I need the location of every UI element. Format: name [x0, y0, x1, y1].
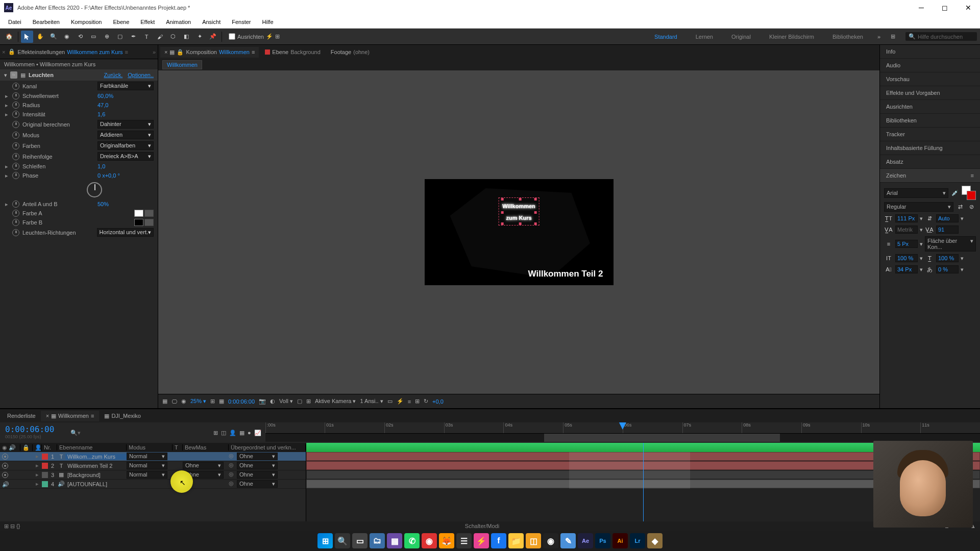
effect-controls-tab-label[interactable]: Effekteinstellungen [17, 49, 65, 55]
font-style-dropdown[interactable]: Regular▾ [884, 202, 953, 212]
close-button[interactable]: ✕ [961, 3, 976, 13]
stopwatch-icon[interactable] [12, 153, 19, 160]
eyedropper-icon[interactable]: 💉 [950, 188, 960, 197]
pickwhip-icon[interactable]: ◎ [229, 462, 236, 469]
track-matte-dropdown[interactable]: Ohne▾ [183, 462, 224, 469]
snapshot-icon[interactable]: 📷 [259, 398, 266, 405]
layer-row-2[interactable]: ▸ 2 T Willkommen Teil 2 Normal▾ Ohne▾ ◎O… [0, 461, 306, 470]
menu-bearbeiten[interactable]: Bearbeiten [28, 17, 65, 27]
photoshop-icon[interactable]: Ps [595, 533, 610, 548]
views-dropdown[interactable]: 1 Ansi.. ▾ [360, 398, 383, 405]
frame-blend-icon[interactable]: ▦ [239, 430, 244, 436]
app-icon-5[interactable]: ✎ [560, 533, 576, 548]
layer-color[interactable] [42, 472, 48, 478]
tl-tab-willkommen[interactable]: × ▦ Willkommen ≡ [41, 411, 100, 421]
flowchart-icon[interactable]: ⊞ [415, 398, 420, 405]
comp-canvas[interactable]: Willkommenzum Kurs Willkommen Teil 2 [425, 179, 614, 285]
app-icon-6[interactable]: ◆ [647, 533, 663, 548]
rectangle-tool-icon[interactable]: ▢ [114, 31, 126, 43]
prop-value[interactable]: 0 x+0,0 ° [97, 172, 154, 179]
eyedropper-icon[interactable] [144, 219, 154, 226]
baseline-input[interactable]: 34 Px [895, 265, 918, 273]
layer-name[interactable]: [AUTOUNFALL] [65, 481, 127, 487]
tsume-input[interactable]: 0 % [936, 265, 959, 273]
anchor-tool-icon[interactable]: ⊕ [101, 31, 113, 43]
tab-effekte[interactable]: Effekte und Vorgaben [880, 86, 980, 100]
menu-fenster[interactable]: Fenster [227, 17, 256, 27]
maximize-button[interactable]: ◻ [937, 3, 952, 13]
transparency-icon[interactable]: ▦ [219, 398, 224, 405]
layer-name[interactable]: Willkom...zum Kurs [65, 454, 127, 460]
lock-icon[interactable]: 🔒 [8, 48, 15, 55]
workspace-original[interactable]: Original [727, 32, 755, 42]
tab-ausrichten[interactable]: Ausrichten [880, 100, 980, 114]
fx-collapse-icon[interactable]: ▾ [4, 72, 7, 79]
app-icon-4[interactable]: ◫ [526, 533, 541, 548]
pen-tool-icon[interactable]: ✒ [127, 31, 139, 43]
tab-audio[interactable]: Audio [880, 59, 980, 72]
prop-dropdown[interactable]: Dahinter▾ [97, 120, 154, 129]
comp-mini-flowchart-icon[interactable]: ⊞ [213, 430, 218, 436]
fx-enable-icon[interactable]: fx [10, 71, 17, 79]
prop-dropdown[interactable]: Addieren▾ [97, 131, 154, 139]
stopwatch-icon[interactable] [12, 219, 19, 226]
tab-bibliotheken[interactable]: Bibliotheken [880, 114, 980, 128]
search-icon[interactable]: 🔍 [335, 533, 350, 548]
timecode-display[interactable]: 0:00:06:00 00150 (25.00 fps) [0, 422, 66, 443]
text-tool-icon[interactable]: T [140, 31, 153, 43]
menu-hilfe[interactable]: Hilfe [257, 17, 279, 27]
after-effects-icon[interactable]: Ae [578, 533, 593, 548]
tab-zeichen[interactable]: Zeichen≡ [880, 169, 980, 183]
puppet-tool-icon[interactable]: 📌 [207, 31, 219, 43]
no-fill-icon[interactable]: ⊘ [967, 203, 976, 212]
workspace-kleiner[interactable]: Kleiner Bildschirm [765, 32, 818, 42]
eraser-tool-icon[interactable]: ◧ [180, 31, 192, 43]
camera-dropdown[interactable]: Aktive Kamera ▾ [315, 398, 356, 405]
prop-value[interactable]: 50% [97, 201, 154, 207]
kerning-input[interactable]: Metrik [895, 226, 918, 234]
layer-row-3[interactable]: ▸ 3 ▦ [Background] Normal▾ Ohne▾ ◎Ohne▾ [0, 470, 306, 480]
graph-editor-icon[interactable]: 📈 [254, 430, 261, 436]
prop-dropdown[interactable]: Originalfarben▾ [97, 141, 154, 150]
app-icon-2[interactable]: ◉ [422, 533, 437, 548]
display-icon[interactable]: 🖵 [172, 398, 177, 405]
layer-name[interactable]: Willkommen Teil 2 [65, 463, 127, 469]
parent-dropdown[interactable]: Ohne▾ [237, 453, 278, 460]
illustrator-icon[interactable]: Ai [612, 533, 628, 548]
toggle-switches-icon[interactable]: ⊞ ⊟ {} [4, 523, 20, 530]
pickwhip-icon[interactable]: ◎ [229, 453, 236, 460]
workspace-grid-icon[interactable]: ⊞ [891, 33, 895, 40]
swap-colors-icon[interactable]: ⇄ [955, 203, 965, 212]
leading-input[interactable]: Auto [936, 214, 959, 222]
parent-dropdown[interactable]: Ohne▾ [237, 480, 278, 488]
channel-icon[interactable]: ◐ [270, 398, 275, 405]
tab-close-icon[interactable]: × [46, 413, 49, 419]
stopwatch-icon[interactable] [12, 142, 19, 149]
pickwhip-icon[interactable]: ◎ [229, 480, 236, 487]
hscale-input[interactable]: 100 % [936, 254, 959, 262]
color-swatch[interactable] [134, 210, 143, 217]
panel-overflow-icon[interactable]: » [153, 49, 156, 55]
menu-ebene[interactable]: Ebene [108, 17, 134, 27]
exposure-value[interactable]: +0,0 [432, 398, 444, 405]
tl-tab-dji[interactable]: ▦ DJI_Mexiko [99, 411, 145, 421]
folder-icon[interactable]: 📁 [508, 533, 524, 548]
snap-grid-icon[interactable]: ⊞ [275, 33, 280, 40]
fast-preview-icon[interactable]: ⚡ [397, 398, 404, 405]
pickwhip-icon[interactable]: ◎ [229, 471, 236, 478]
prop-dropdown[interactable]: Dreieck A>B>A▾ [97, 152, 154, 161]
menu-datei[interactable]: Datei [3, 17, 27, 27]
stopwatch-icon[interactable] [12, 132, 19, 139]
alpha-icon[interactable]: ▦ [162, 398, 167, 405]
blend-mode-dropdown[interactable]: Normal▾ [127, 471, 167, 479]
tab-info[interactable]: Info [880, 45, 980, 59]
tab-fuellung[interactable]: Inhaltsbasierte Füllung [880, 141, 980, 155]
tab-lock-icon[interactable]: 🔒 [177, 49, 184, 56]
phase-dial[interactable] [87, 182, 102, 197]
roi-icon[interactable]: ▢ [297, 398, 302, 405]
roto-tool-icon[interactable]: ✦ [193, 31, 206, 43]
tab-absatz[interactable]: Absatz [880, 155, 980, 169]
fx-name[interactable]: Leuchten [29, 72, 99, 78]
selection-tool-icon[interactable] [21, 31, 33, 43]
eye-icon[interactable] [2, 463, 8, 469]
